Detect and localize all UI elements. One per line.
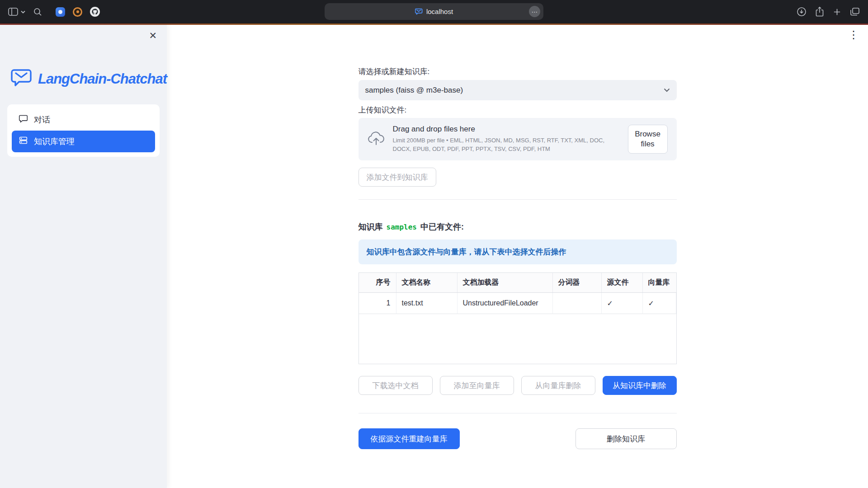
col-header-vector-store[interactable]: 向量库 bbox=[643, 273, 676, 292]
sidebar-item-label: 对话 bbox=[34, 114, 50, 125]
divider bbox=[359, 199, 677, 200]
file-actions-row: 下载选中文档 添加至向量库 从向量库删除 从知识库中删除 bbox=[359, 376, 677, 395]
sidebar-toggle-icon bbox=[8, 8, 18, 16]
cell-vector-store-check[interactable]: ✓ bbox=[643, 293, 676, 314]
delete-from-kb-button[interactable]: 从知识库中删除 bbox=[603, 376, 677, 395]
chat-bubble-icon bbox=[19, 114, 28, 126]
sidebar-item-label: 知识库管理 bbox=[34, 136, 75, 147]
app-logo-text: LangChain-Chatchat bbox=[38, 71, 167, 87]
site-favicon bbox=[415, 8, 423, 15]
col-header-filename[interactable]: 文档名称 bbox=[396, 273, 458, 292]
cell-source-file-check[interactable]: ✓ bbox=[602, 293, 643, 314]
tabs-overview-icon[interactable] bbox=[850, 7, 860, 16]
download-selected-button[interactable]: 下载选中文档 bbox=[359, 376, 433, 395]
divider bbox=[359, 413, 677, 413]
dropzone-title: Drag and drop files here bbox=[393, 125, 620, 134]
sidebar-item-knowledge-base[interactable]: 知识库管理 bbox=[12, 131, 155, 152]
table-row[interactable]: 1 test.txt UnstructuredFileLoader ✓ ✓ bbox=[359, 293, 676, 314]
extension-blue-icon[interactable] bbox=[56, 7, 65, 17]
cloud-upload-icon bbox=[368, 131, 385, 147]
browse-files-button[interactable]: Browse files bbox=[628, 125, 668, 154]
kb-actions-row: 依据源文件重建向量库 删除知识库 bbox=[359, 428, 677, 449]
address-bar[interactable]: localhost ⋯ bbox=[325, 3, 543, 20]
sidebar-toggle-button[interactable] bbox=[8, 8, 25, 16]
sidebar-item-dialogue[interactable]: 对话 bbox=[12, 109, 155, 131]
add-to-vector-store-button[interactable]: 添加至向量库 bbox=[440, 376, 514, 395]
cell-loader[interactable]: UnstructuredFileLoader bbox=[458, 293, 553, 314]
chevron-down-icon bbox=[664, 88, 670, 92]
app-logo: LangChain-Chatchat bbox=[11, 68, 167, 90]
col-header-loader[interactable]: 文档加载器 bbox=[458, 273, 553, 292]
downloads-icon[interactable] bbox=[797, 7, 807, 17]
chevron-down-icon bbox=[21, 10, 25, 14]
dropzone-limit-text: Limit 200MB per file • EML, HTML, JSON, … bbox=[393, 136, 620, 154]
kb-files-heading: 知识库 samples 中已有文件: bbox=[359, 221, 677, 232]
chatchat-logo-icon bbox=[11, 68, 33, 90]
cell-splitter[interactable] bbox=[553, 293, 602, 314]
delete-kb-button[interactable]: 删除知识库 bbox=[576, 428, 677, 449]
kb-selectbox[interactable]: samples (faiss @ m3e-base) bbox=[359, 80, 677, 100]
cell-filename[interactable]: test.txt bbox=[396, 293, 458, 314]
table-empty-area bbox=[359, 314, 676, 364]
knowledge-base-icon bbox=[19, 136, 28, 147]
upload-label: 上传知识文件: bbox=[359, 105, 677, 116]
kb-select-label: 请选择或新建知识库: bbox=[359, 66, 677, 77]
streamlit-menu-button[interactable]: ⋮ bbox=[848, 29, 859, 40]
col-header-index[interactable]: 序号 bbox=[359, 273, 396, 292]
rebuild-vector-store-button[interactable]: 依据源文件重建向量库 bbox=[359, 428, 460, 449]
main-area: ⋮ 请选择或新建知识库: samples (faiss @ m3e-base) … bbox=[167, 25, 868, 488]
share-icon[interactable] bbox=[815, 6, 824, 17]
sidebar-nav: 对话 知识库管理 bbox=[7, 104, 160, 157]
url-text: localhost bbox=[426, 8, 453, 15]
github-icon[interactable] bbox=[90, 7, 100, 17]
new-tab-icon[interactable] bbox=[833, 8, 841, 16]
kb-files-table: 序号 文档名称 文档加载器 分词器 源文件 向量库 1 test.txt Uns… bbox=[359, 272, 677, 364]
cell-index[interactable]: 1 bbox=[359, 293, 396, 314]
col-header-splitter[interactable]: 分词器 bbox=[553, 273, 602, 292]
col-header-source-file[interactable]: 源文件 bbox=[602, 273, 643, 292]
extension-orange-icon[interactable] bbox=[73, 7, 82, 17]
kb-heading-suffix: 中已有文件: bbox=[418, 222, 464, 231]
file-dropzone[interactable]: Drag and drop files here Limit 200MB per… bbox=[359, 118, 677, 160]
table-header-row: 序号 文档名称 文档加载器 分词器 源文件 向量库 bbox=[359, 273, 676, 293]
info-alert: 知识库中包含源文件与向量库，请从下表中选择文件后操作 bbox=[359, 239, 677, 264]
kb-name-code: samples bbox=[385, 223, 418, 231]
delete-from-vector-store-button[interactable]: 从向量库删除 bbox=[521, 376, 595, 395]
browser-toolbar: localhost ⋯ bbox=[0, 0, 868, 23]
kb-select-value: samples (faiss @ m3e-base) bbox=[365, 86, 463, 95]
search-icon[interactable] bbox=[33, 8, 42, 16]
sidebar: ✕ LangChain-Chatchat 对话 bbox=[0, 25, 167, 488]
extensions-overflow-button[interactable]: ⋯ bbox=[529, 6, 540, 17]
kb-heading-prefix: 知识库 bbox=[359, 222, 385, 231]
add-files-to-kb-button[interactable]: 添加文件到知识库 bbox=[359, 168, 436, 187]
sidebar-close-button[interactable]: ✕ bbox=[149, 30, 157, 41]
